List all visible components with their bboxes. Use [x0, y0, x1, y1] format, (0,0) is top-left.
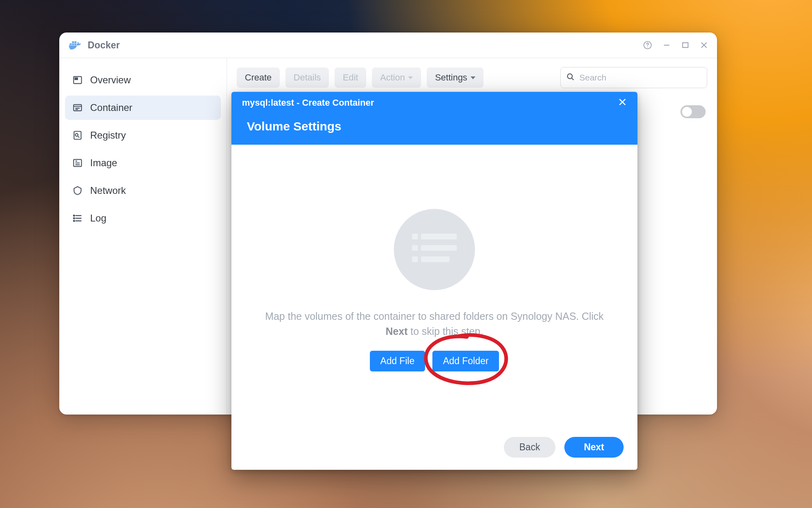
log-icon: [72, 213, 83, 224]
sidebar: Overview Container Registry: [59, 58, 227, 415]
create-container-modal: mysql:latest - Create Container Volume S…: [231, 92, 637, 470]
maximize-icon[interactable]: [681, 41, 689, 49]
empty-state-text: Map the volumes of the container to shar…: [264, 309, 605, 339]
search-wrap: [560, 67, 707, 88]
create-button[interactable]: Create: [237, 67, 280, 88]
svg-rect-7: [664, 45, 669, 46]
container-icon: [72, 102, 83, 113]
next-button[interactable]: Next: [564, 437, 624, 458]
sidebar-item-label: Network: [90, 185, 126, 196]
window-title: Docker: [88, 40, 120, 51]
edit-button[interactable]: Edit: [335, 67, 366, 88]
caret-down-icon: [408, 76, 413, 79]
modal-footer: Back Next: [231, 427, 637, 470]
svg-rect-24: [421, 256, 449, 262]
sidebar-item-label: Image: [90, 157, 117, 169]
add-file-button[interactable]: Add File: [370, 351, 425, 371]
back-button[interactable]: Back: [504, 437, 555, 458]
action-dropdown[interactable]: Action: [372, 67, 421, 88]
svg-point-17: [73, 220, 75, 221]
sidebar-item-network[interactable]: Network: [65, 178, 221, 203]
toolbar: Create Details Edit Action Settings: [237, 67, 707, 88]
sidebar-item-overview[interactable]: Overview: [65, 68, 221, 92]
modal-section-title: Volume Settings: [231, 114, 637, 145]
svg-rect-2: [74, 43, 76, 45]
svg-rect-10: [75, 78, 78, 80]
svg-rect-1: [72, 43, 74, 45]
svg-rect-20: [421, 234, 457, 239]
minimize-icon[interactable]: [663, 41, 671, 49]
modal-body: Map the volumes of the container to shar…: [231, 145, 637, 427]
settings-label: Settings: [435, 72, 467, 83]
sidebar-item-label: Log: [90, 213, 106, 224]
svg-point-16: [73, 218, 75, 219]
sidebar-item-registry[interactable]: Registry: [65, 123, 221, 148]
modal-titlebar: mysql:latest - Create Container: [231, 92, 637, 114]
svg-rect-22: [421, 245, 457, 251]
image-icon: [72, 158, 83, 168]
svg-rect-19: [412, 234, 418, 239]
modal-title: mysql:latest - Create Container: [242, 98, 374, 108]
action-row: Add File Add Folder: [370, 351, 499, 371]
empty-text-post: to skip this step.: [408, 326, 483, 337]
window-controls: [643, 41, 708, 50]
empty-text-bold: Next: [386, 326, 408, 337]
svg-point-13: [76, 134, 78, 137]
search-input[interactable]: [560, 67, 707, 88]
svg-rect-3: [72, 41, 74, 43]
empty-text-pre: Map the volumes of the container to shar…: [265, 310, 604, 322]
help-icon[interactable]: [643, 41, 652, 50]
svg-rect-8: [682, 43, 688, 48]
settings-dropdown[interactable]: Settings: [427, 67, 484, 88]
window-titlebar: Docker: [59, 33, 717, 58]
sidebar-item-container[interactable]: Container: [65, 96, 221, 120]
svg-rect-0: [69, 43, 71, 45]
desktop-background: Docker: [0, 0, 812, 508]
svg-rect-23: [412, 256, 418, 262]
container-toggle[interactable]: [680, 105, 706, 118]
sidebar-item-label: Registry: [90, 130, 126, 141]
search-icon: [566, 72, 575, 83]
empty-list-icon: [394, 209, 475, 290]
network-icon: [72, 185, 83, 196]
svg-point-6: [647, 47, 648, 48]
docker-logo-icon: [68, 40, 82, 50]
modal-close-icon[interactable]: [618, 98, 627, 108]
add-folder-button[interactable]: Add Folder: [432, 351, 499, 371]
dashboard-icon: [72, 75, 83, 85]
sidebar-item-label: Overview: [90, 74, 131, 86]
registry-icon: [72, 130, 83, 141]
close-icon[interactable]: [700, 41, 708, 49]
caret-down-icon: [471, 76, 475, 79]
action-label: Action: [380, 72, 405, 83]
sidebar-item-label: Container: [90, 102, 132, 113]
sidebar-item-log[interactable]: Log: [65, 206, 221, 230]
sidebar-item-image[interactable]: Image: [65, 151, 221, 175]
details-button[interactable]: Details: [285, 67, 329, 88]
svg-rect-4: [74, 41, 76, 43]
svg-rect-21: [412, 245, 418, 251]
svg-point-15: [73, 215, 75, 216]
